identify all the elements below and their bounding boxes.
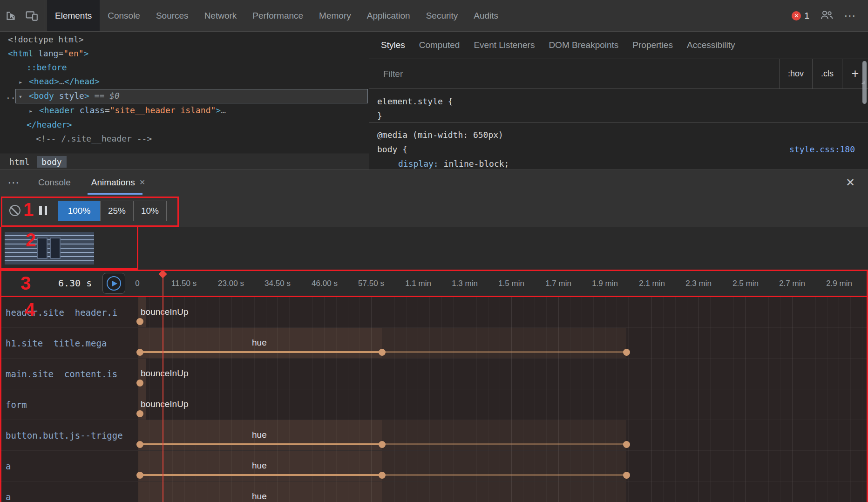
styles-scrollbar-thumb[interactable] — [862, 61, 867, 104]
animation-duration-bar[interactable] — [140, 443, 382, 445]
tab-memory[interactable]: Memory — [311, 0, 359, 31]
animation-iteration-bar — [382, 443, 626, 445]
keyframe-dot[interactable] — [136, 349, 143, 356]
overflow-dots-icon: .. — [6, 91, 16, 101]
keyframe-dot[interactable] — [623, 349, 630, 356]
more-menu-button[interactable]: ⋯ — [844, 10, 857, 22]
keyframe-dot[interactable] — [623, 441, 630, 448]
devtools-window: ElementsConsoleSourcesNetworkPerformance… — [0, 0, 868, 502]
animation-row[interactable]: header.site__header.ibounceInUp — [0, 297, 868, 328]
tab-sources[interactable]: Sources — [148, 0, 197, 31]
users-icon — [820, 10, 834, 20]
animation-name-label: bounceInUp — [141, 368, 188, 379]
animation-node-name[interactable]: header.site__header.i — [6, 307, 117, 318]
ruler-tick-label: 1.9 min — [592, 279, 618, 288]
animation-row[interactable]: h1.site__title.megahue — [0, 328, 868, 359]
tab-console[interactable]: Console — [100, 0, 148, 31]
filter-input[interactable] — [382, 68, 779, 80]
pause-bar-icon — [45, 206, 47, 215]
drawer-close-button[interactable]: ✕ — [846, 176, 855, 189]
keyframe-dot[interactable] — [136, 472, 143, 479]
keyframe-dot[interactable] — [379, 472, 386, 479]
dom-node-line[interactable]: <!doctype html> — [0, 33, 369, 47]
tab-performance[interactable]: Performance — [244, 0, 311, 31]
device-toolbar-icon — [26, 10, 39, 21]
css-property[interactable]: display: — [398, 159, 439, 169]
animation-name-label: hue — [252, 430, 267, 440]
keyframe-dot[interactable] — [623, 472, 630, 479]
animation-row[interactable]: ahue — [0, 451, 868, 482]
tab-elements[interactable]: Elements — [47, 0, 100, 31]
styles-tab-styles[interactable]: Styles — [374, 32, 412, 59]
drawer-tab-animations[interactable]: Animations× — [81, 170, 156, 195]
keyframe-dot[interactable] — [379, 441, 386, 448]
animation-row[interactable]: ahue — [0, 482, 868, 502]
tab-security[interactable]: Security — [418, 0, 466, 31]
dom-node-line[interactable]: ▸<header class="site__header island">… — [0, 103, 369, 118]
dom-node-line[interactable]: </header> — [0, 118, 369, 132]
speed-100-button[interactable]: 100% — [58, 201, 100, 221]
tab-network[interactable]: Network — [197, 0, 245, 31]
device-toolbar-button[interactable] — [21, 0, 43, 31]
drawer-tab-console[interactable]: Console — [28, 170, 81, 195]
animation-row[interactable]: main.site__content.isbounceInUp — [0, 359, 868, 389]
dom-node-line[interactable]: ::before — [0, 61, 369, 75]
animation-node-name[interactable]: a — [6, 492, 11, 502]
styles-tab-properties[interactable]: Properties — [625, 32, 680, 59]
dom-node-line[interactable]: ▸<head>…</head> — [0, 75, 369, 89]
ruler-tick-label: 1.5 min — [498, 279, 524, 288]
breadcrumb-item-html[interactable]: html — [5, 156, 34, 168]
collapsed-arrow-icon[interactable]: ▸ — [29, 104, 39, 118]
collapsed-arrow-icon[interactable]: ▸ — [19, 75, 29, 89]
cls-toggle-button[interactable]: .cls — [812, 59, 842, 88]
styles-tab-computed[interactable]: Computed — [412, 32, 467, 59]
drawer-menu-button[interactable]: ⋯ — [0, 176, 28, 189]
styles-tab-strip: StylesComputedEvent ListenersDOM Breakpo… — [369, 32, 868, 59]
styles-tab-accessibility[interactable]: Accessibility — [680, 32, 742, 59]
pause-all-button[interactable] — [39, 206, 47, 215]
ruler-tick-label: 23.00 s — [218, 279, 244, 288]
keyframe-dot[interactable] — [136, 441, 143, 448]
hov-toggle-button[interactable]: :hov — [779, 59, 812, 88]
speed-10-button[interactable]: 10% — [133, 201, 166, 221]
styles-tab-event-listeners[interactable]: Event Listeners — [467, 32, 542, 59]
keyframe-dot[interactable] — [136, 410, 143, 417]
animation-node-name[interactable]: a — [6, 461, 11, 471]
keyframe-dot[interactable] — [136, 380, 143, 387]
dom-node-line[interactable]: <html lang="en"> — [0, 47, 369, 61]
main-tab-strip: ElementsConsoleSourcesNetworkPerformance… — [47, 0, 506, 31]
keyframe-dot[interactable] — [136, 318, 143, 325]
animation-row[interactable]: button.butt.js--triggehue — [0, 420, 868, 451]
animation-duration-bar[interactable] — [140, 351, 382, 353]
timeline-scrubber-line[interactable] — [163, 270, 163, 502]
tab-audits[interactable]: Audits — [466, 0, 506, 31]
animation-node-name[interactable]: button.butt.js--trigge — [6, 430, 123, 441]
animation-row[interactable]: formbounceInUp — [0, 389, 868, 420]
clear-all-icon[interactable] — [9, 205, 20, 216]
expanded-arrow-icon[interactable]: ▾ — [19, 89, 29, 103]
animation-preview-thumbnail[interactable] — [5, 232, 94, 265]
animation-node-name[interactable]: h1.site__title.mega — [6, 338, 107, 348]
tab-application[interactable]: Application — [359, 0, 418, 31]
timeline-header: 6.30 s 011.50 s23.00 s34.50 s46.00 s57.5… — [0, 270, 868, 297]
style-source-link[interactable]: style.css:180 — [789, 144, 855, 154]
dom-node-line[interactable]: <!-- /.site__header --> — [0, 132, 369, 146]
breadcrumb: htmlbody — [0, 154, 369, 170]
inspect-cursor-icon — [5, 10, 17, 22]
animation-duration-bar[interactable] — [140, 474, 382, 476]
playback-speed-group: 100%25%10% — [58, 201, 167, 221]
inspect-element-button[interactable] — [0, 0, 21, 31]
keyframe-dot[interactable] — [379, 349, 386, 356]
animation-node-name[interactable]: form — [6, 400, 27, 410]
users-button[interactable] — [820, 10, 834, 22]
tab-close-icon[interactable]: × — [140, 177, 145, 188]
dom-node-line[interactable]: ..▾<body style> == $0 — [0, 89, 369, 103]
breadcrumb-item-body[interactable]: body — [37, 156, 66, 168]
animation-timeline: header.site__header.ibounceInUph1.site__… — [0, 297, 868, 502]
styles-tab-dom-breakpoints[interactable]: DOM Breakpoints — [542, 32, 625, 59]
animation-node-name[interactable]: main.site__content.is — [6, 369, 117, 379]
error-count-badge[interactable]: ✕ 1 — [792, 11, 809, 21]
ruler-tick-label: 11.50 s — [171, 279, 197, 288]
speed-25-button[interactable]: 25% — [100, 201, 133, 221]
css-value[interactable]: inline-block; — [444, 159, 509, 169]
